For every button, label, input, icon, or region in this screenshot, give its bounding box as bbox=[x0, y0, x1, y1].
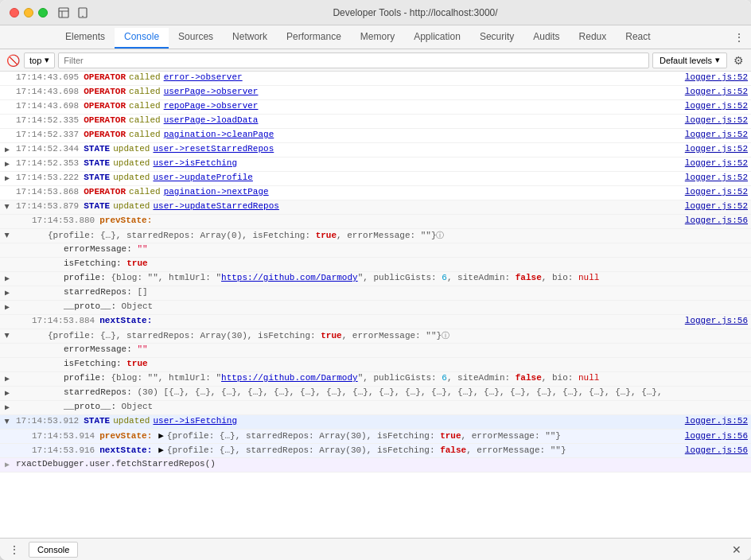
obj-preview: isFetching: true bbox=[64, 259, 148, 268]
log-source[interactable]: logger.js:52 bbox=[669, 416, 748, 426]
expand-arrow-icon-inline[interactable]: ▶ bbox=[158, 445, 164, 455]
log-row: 17:14:43.698 OPERATOR called repoPage->o… bbox=[0, 100, 751, 115]
log-source[interactable]: logger.js:52 bbox=[669, 158, 748, 168]
expand-arrow-icon[interactable]: ▶ bbox=[5, 388, 10, 398]
timestamp: 17:14:53.880 bbox=[32, 216, 95, 225]
minimize-window-button[interactable] bbox=[24, 8, 33, 18]
expand-arrow-icon[interactable]: ▶ bbox=[2, 204, 12, 209]
log-source[interactable]: logger.js:56 bbox=[669, 316, 748, 325]
log-source[interactable]: logger.js:52 bbox=[669, 87, 748, 96]
expand-arrow-icon[interactable]: ▶ bbox=[5, 302, 10, 312]
expand-arrow-icon[interactable]: ▶ bbox=[5, 288, 10, 298]
filter-input[interactable] bbox=[58, 52, 649, 68]
inspect-icon[interactable] bbox=[57, 6, 70, 19]
log-content: starredRepos: [] bbox=[64, 287, 748, 297]
log-row-state-11[interactable]: ▶ 17:14:53.912 STATE updated user->isFet… bbox=[0, 415, 751, 430]
log-content: errorMessage: "" bbox=[64, 344, 748, 354]
console-settings-button[interactable]: ⚙ bbox=[730, 52, 746, 68]
next-state-obj[interactable]: ▶ {profile: {…}, starredRepos: Array(30)… bbox=[0, 329, 751, 344]
log-source[interactable]: logger.js:52 bbox=[669, 201, 748, 211]
timestamp: 17:14:43.698 bbox=[16, 87, 79, 96]
log-content: 17:14:43.695 OPERATOR called error->obse… bbox=[16, 72, 669, 82]
log-row-state[interactable]: ▶ 17:14:53.222 STATE updated user->updat… bbox=[0, 172, 751, 186]
log-content: __proto__: Object bbox=[64, 402, 748, 411]
obj-preview: {profile: {…}, starredRepos: Array(0), i… bbox=[48, 231, 436, 240]
tab-audits[interactable]: Audits bbox=[523, 28, 569, 49]
log-source[interactable]: logger.js:56 bbox=[669, 431, 748, 441]
log-source[interactable]: logger.js:52 bbox=[669, 130, 748, 139]
tab-security[interactable]: Security bbox=[470, 28, 523, 49]
action-called: called bbox=[129, 87, 161, 96]
log-content: 17:14:52.353 STATE updated user->isFetch… bbox=[16, 158, 669, 168]
log-source[interactable]: logger.js:52 bbox=[669, 72, 748, 82]
tab-memory[interactable]: Memory bbox=[351, 28, 404, 49]
next-state-profile[interactable]: ▶ profile: {blog: "", htmlUrl: "https://… bbox=[0, 372, 751, 387]
tab-elements[interactable]: Elements bbox=[56, 28, 115, 49]
tab-network[interactable]: Network bbox=[223, 28, 277, 49]
timestamp: 17:14:43.698 bbox=[16, 101, 79, 111]
log-source[interactable]: logger.js:52 bbox=[669, 101, 748, 111]
log-source[interactable]: logger.js:52 bbox=[669, 187, 748, 196]
log-source[interactable]: logger.js:56 bbox=[669, 216, 748, 225]
expand-arrow-icon[interactable]: ▶ bbox=[2, 419, 12, 424]
next-state-proto[interactable]: ▶ __proto__: Object bbox=[0, 401, 751, 415]
expand-arrow-icon-inline[interactable]: ▶ bbox=[158, 430, 164, 441]
action-updated: updated bbox=[113, 173, 150, 182]
mobile-icon[interactable] bbox=[76, 6, 89, 19]
expand-arrow-icon[interactable]: ▶ bbox=[5, 374, 10, 383]
log-source[interactable]: logger.js:52 bbox=[669, 144, 748, 154]
maximize-window-button[interactable] bbox=[38, 8, 48, 18]
drawer-menu-button[interactable]: ⋮ bbox=[6, 542, 22, 558]
expand-arrow-icon[interactable]: ▶ bbox=[2, 233, 12, 238]
action-name: error->observer bbox=[164, 72, 243, 82]
tab-sources[interactable]: Sources bbox=[169, 28, 223, 49]
clear-console-button[interactable]: 🚫 bbox=[5, 52, 21, 68]
command-text: rxactDebugger.user.fetchStarredRepos() bbox=[16, 459, 216, 469]
tab-application[interactable]: Application bbox=[404, 28, 470, 49]
log-source[interactable]: logger.js:52 bbox=[669, 115, 748, 125]
expand-arrow-icon[interactable]: ▶ bbox=[5, 402, 10, 412]
log-row-state[interactable]: ▶ 17:14:52.344 STATE updated user->reset… bbox=[0, 143, 751, 158]
log-source[interactable]: logger.js:56 bbox=[669, 445, 748, 455]
prev-state-obj[interactable]: ▶ {profile: {…}, starredRepos: Array(0),… bbox=[0, 229, 751, 243]
prev-state-starred[interactable]: ▶ starredRepos: [] bbox=[0, 286, 751, 301]
state-tag: STATE bbox=[84, 416, 110, 426]
next-state-starred[interactable]: ▶ starredRepos: (30) [{…}, {…}, {…}, {…}… bbox=[0, 387, 751, 401]
log-content: 17:14:52.337 OPERATOR called pagination-… bbox=[16, 130, 669, 139]
prev-state-profile[interactable]: ▶ profile: {blog: "", htmlUrl: "https://… bbox=[0, 272, 751, 286]
log-content: rxactDebugger.user.fetchStarredRepos() bbox=[16, 459, 748, 469]
info-icon: ⓘ bbox=[442, 330, 449, 341]
expand-arrow-icon[interactable]: ▶ bbox=[2, 333, 12, 338]
action-updated: updated bbox=[113, 158, 150, 168]
log-source[interactable]: logger.js:52 bbox=[669, 173, 748, 182]
more-tabs-button[interactable]: ⋮ bbox=[727, 28, 751, 49]
obj-preview: profile: {blog: "", htmlUrl: "https://gi… bbox=[64, 273, 599, 282]
tab-performance[interactable]: Performance bbox=[277, 28, 351, 49]
expand-arrow-icon[interactable]: ▶ bbox=[5, 145, 10, 154]
expand-arrow-icon[interactable]: ▶ bbox=[5, 159, 10, 169]
obj-preview: __proto__: Object bbox=[64, 301, 153, 311]
context-selector[interactable]: top ▾ bbox=[24, 52, 55, 68]
console-output[interactable]: 17:14:43.695 OPERATOR called error->obse… bbox=[0, 72, 751, 538]
expand-arrow-icon[interactable]: ▶ bbox=[5, 274, 10, 283]
log-content: 17:14:52.335 OPERATOR called userPage->l… bbox=[16, 115, 669, 125]
obj-preview: profile: {blog: "", htmlUrl: "https://gi… bbox=[64, 373, 599, 383]
expand-arrow-icon[interactable]: ▶ bbox=[5, 173, 10, 183]
tab-redux[interactable]: Redux bbox=[570, 28, 617, 49]
devtools-window: Developer Tools - http://localhost:3000/… bbox=[0, 0, 751, 560]
tab-react[interactable]: React bbox=[616, 28, 660, 49]
prev-state-proto[interactable]: ▶ __proto__: Object bbox=[0, 301, 751, 315]
window-title: Developer Tools - http://localhost:3000/ bbox=[89, 7, 741, 18]
log-content: __proto__: Object bbox=[64, 301, 748, 311]
console-bottom-tab[interactable]: Console bbox=[29, 542, 78, 558]
context-value: top bbox=[29, 56, 41, 65]
tab-console[interactable]: Console bbox=[115, 28, 169, 49]
log-levels-selector[interactable]: Default levels ▾ bbox=[652, 52, 727, 68]
log-row-state-expanded[interactable]: ▶ 17:14:53.879 STATE updated user->updat… bbox=[0, 200, 751, 215]
action-called: called bbox=[129, 187, 161, 196]
close-drawer-button[interactable]: ✕ bbox=[729, 542, 745, 558]
log-row-state[interactable]: ▶ 17:14:52.353 STATE updated user->isFet… bbox=[0, 158, 751, 172]
close-window-button[interactable] bbox=[10, 8, 19, 18]
next-state-fetching: isFetching: true bbox=[0, 358, 751, 372]
titlebar: Developer Tools - http://localhost:3000/ bbox=[0, 0, 751, 25]
